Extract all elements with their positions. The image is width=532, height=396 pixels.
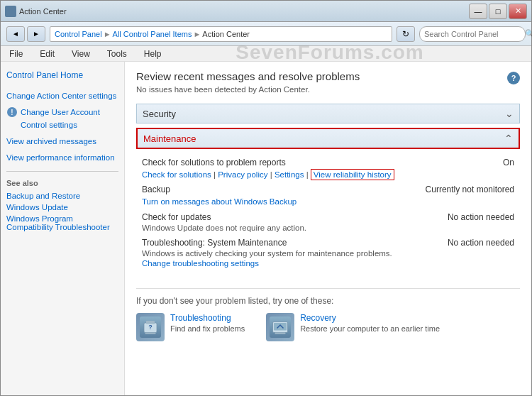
recovery-icon xyxy=(266,313,294,341)
main-content: Control Panel Home Change Action Center … xyxy=(1,62,531,395)
updates-label: Check for updates xyxy=(142,212,211,222)
sidebar-backup-restore[interactable]: Backup and Restore xyxy=(6,192,118,200)
updates-description: Windows Update does not require any acti… xyxy=(142,224,514,232)
troubleshooting-description: Windows is actively checking your system… xyxy=(142,249,514,258)
search-icon: 🔍 xyxy=(525,29,532,38)
maintenance-content: Check for solutions to problem reports O… xyxy=(136,155,520,281)
bottom-item-troubleshooting: ? Troubleshooting Find and fix problems xyxy=(136,313,245,341)
bottom-title: If you don't see your problem listed, tr… xyxy=(136,296,520,306)
forward-button[interactable]: ► xyxy=(27,26,45,42)
close-button[interactable]: ✕ xyxy=(509,4,527,19)
backup-status: Currently not monitored xyxy=(426,185,514,194)
sidebar-compatibility[interactable]: Windows Program Compatibility Troublesho… xyxy=(6,214,118,231)
security-section-title: Security xyxy=(143,109,176,119)
security-section-header[interactable]: Security ⌄ xyxy=(136,104,520,123)
security-chevron-icon: ⌄ xyxy=(505,108,514,119)
separator-3: | xyxy=(306,170,311,179)
main-window: Action Center — □ ✕ ◄ ► Control Panel ► … xyxy=(0,0,532,396)
backup-label: Backup xyxy=(142,185,170,194)
minimize-button[interactable]: — xyxy=(469,4,487,19)
refresh-button[interactable]: ↻ xyxy=(397,26,415,42)
reliability-history-link[interactable]: View reliability history xyxy=(311,169,394,180)
troubleshooting-bottom-link[interactable]: Troubleshooting xyxy=(170,313,245,323)
window-controls: — □ ✕ xyxy=(469,4,527,19)
troubleshooting-status: No action needed xyxy=(448,238,514,248)
recovery-bottom-desc: Restore your computer to an earlier time xyxy=(300,324,440,333)
maximize-button[interactable]: □ xyxy=(489,4,507,19)
title-bar-title: Action Center xyxy=(19,7,67,16)
svg-rect-9 xyxy=(274,323,287,331)
settings-link[interactable]: Settings xyxy=(275,170,304,179)
svg-rect-10 xyxy=(275,333,286,334)
check-solutions-row: Check for solutions to problem reports O… xyxy=(142,158,514,179)
updates-header: Check for updates No action needed xyxy=(142,212,514,222)
backup-row: Backup Currently not monitored Turn on m… xyxy=(142,185,514,207)
svg-rect-5 xyxy=(145,333,156,334)
svg-text:!: ! xyxy=(11,109,13,116)
maintenance-section-title: Maintenance xyxy=(143,133,196,144)
backup-action-link[interactable]: Turn on messages about Windows Backup xyxy=(142,197,297,206)
sidebar-link-archived[interactable]: View archived messages xyxy=(6,136,118,148)
nav-buttons: ◄ ► xyxy=(6,26,45,42)
menu-file[interactable]: File xyxy=(6,48,26,60)
menu-view[interactable]: View xyxy=(69,48,93,60)
address-path[interactable]: Control Panel ► All Control Panel Items … xyxy=(50,26,392,42)
search-box[interactable]: 🔍 xyxy=(419,26,526,42)
troubleshooting-header: Troubleshooting: System Maintenance No a… xyxy=(142,238,514,248)
search-input[interactable] xyxy=(424,30,522,38)
sidebar: Control Panel Home Change Action Center … xyxy=(1,62,125,395)
menu-edit[interactable]: Edit xyxy=(37,48,57,60)
bottom-section: If you don't see your problem listed, tr… xyxy=(136,288,520,341)
troubleshooting-label: Troubleshooting: System Maintenance xyxy=(142,238,287,248)
check-solutions-status: On xyxy=(503,158,514,167)
maintenance-chevron-icon: ⌃ xyxy=(504,133,513,144)
sidebar-link-performance[interactable]: View performance information xyxy=(6,152,118,164)
sidebar-links-section: Change Action Center settings ! Change U… xyxy=(6,90,118,164)
check-solutions-label: Check for solutions to problem reports xyxy=(142,158,286,167)
maintenance-section-header[interactable]: Maintenance ⌃ xyxy=(136,128,520,149)
title-bar: Action Center — □ ✕ xyxy=(1,1,531,22)
sidebar-link-uac[interactable]: ! Change User Account Control settings xyxy=(6,106,118,131)
path-control-panel[interactable]: Control Panel xyxy=(55,30,102,38)
path-all-items[interactable]: All Control Panel Items xyxy=(113,30,192,38)
backup-header: Backup Currently not monitored xyxy=(142,185,514,194)
sidebar-divider xyxy=(6,171,118,172)
sidebar-home-link[interactable]: Control Panel Home xyxy=(6,70,118,80)
troubleshooting-action: Change troubleshooting settings xyxy=(142,258,514,268)
troubleshooting-icon: ? xyxy=(136,313,165,341)
sidebar-windows-update[interactable]: Windows Update xyxy=(6,203,118,211)
recovery-text: Recovery Restore your computer to an ear… xyxy=(300,313,440,333)
window-icon xyxy=(5,6,16,17)
privacy-policy-link[interactable]: Privacy policy xyxy=(218,170,267,179)
bottom-items: ? Troubleshooting Find and fix problems xyxy=(136,313,520,341)
menu-help[interactable]: Help xyxy=(141,48,165,60)
check-solutions-links: Check for solutions | Privacy policy | S… xyxy=(142,169,514,179)
troubleshooting-text: Troubleshooting Find and fix problems xyxy=(170,313,245,333)
sidebar-link-action-center[interactable]: Change Action Center settings xyxy=(6,90,118,102)
troubleshooting-action-link[interactable]: Change troubleshooting settings xyxy=(142,259,259,268)
check-solutions-header: Check for solutions to problem reports O… xyxy=(142,158,514,167)
check-solutions-link[interactable]: Check for solutions xyxy=(142,170,211,179)
menu-tools[interactable]: Tools xyxy=(104,48,130,60)
menu-bar: File Edit View Tools Help xyxy=(1,46,531,62)
updates-row: Check for updates No action needed Windo… xyxy=(142,212,514,232)
page-subtitle: No issues have been detected by Action C… xyxy=(136,85,360,94)
svg-text:?: ? xyxy=(148,324,153,331)
recovery-bottom-link[interactable]: Recovery xyxy=(300,313,440,323)
help-icon[interactable]: ? xyxy=(507,72,520,84)
title-bar-left: Action Center xyxy=(5,6,67,17)
path-current: Action Center xyxy=(202,30,250,38)
backup-action: Turn on messages about Windows Backup xyxy=(142,196,514,207)
address-bar: ◄ ► Control Panel ► All Control Panel It… xyxy=(1,22,531,46)
bottom-item-recovery: Recovery Restore your computer to an ear… xyxy=(266,313,440,341)
troubleshooting-bottom-desc: Find and fix problems xyxy=(170,324,245,333)
back-button[interactable]: ◄ xyxy=(6,26,25,42)
sidebar-see-also-label: See also xyxy=(6,179,118,187)
updates-status: No action needed xyxy=(448,212,514,222)
shield-icon: ! xyxy=(6,106,18,118)
content-area: Review recent messages and resolve probl… xyxy=(125,62,531,395)
page-title: Review recent messages and resolve probl… xyxy=(136,70,360,82)
troubleshooting-row: Troubleshooting: System Maintenance No a… xyxy=(142,238,514,268)
